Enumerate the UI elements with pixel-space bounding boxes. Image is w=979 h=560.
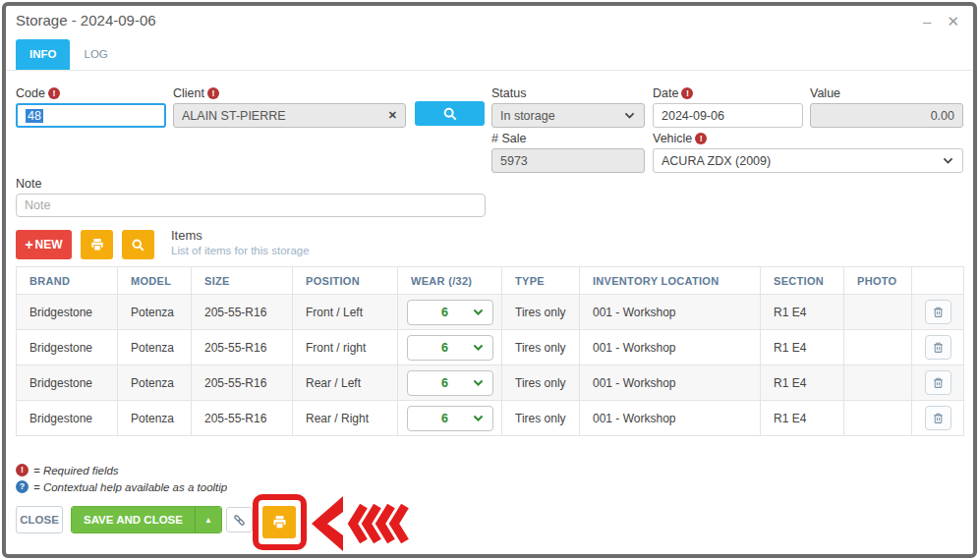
trash-icon xyxy=(932,412,945,424)
col-size: SIZE xyxy=(192,267,293,295)
table-row: Bridgestone Potenza 205-55-R16 Rear / Ri… xyxy=(17,401,964,436)
delete-item-button[interactable] xyxy=(925,300,951,324)
required-icon: ! xyxy=(695,133,707,144)
delete-item-button[interactable] xyxy=(925,335,951,360)
save-options-toggle[interactable]: ▲ xyxy=(195,507,221,532)
legend: ! = Required fields ? = Contextual help … xyxy=(16,464,227,497)
print-storage-button[interactable] xyxy=(262,506,296,538)
required-icon: ! xyxy=(207,87,219,99)
wear-select[interactable]: 6 xyxy=(407,300,493,325)
minimize-icon[interactable]: – xyxy=(923,14,931,29)
items-title: Items xyxy=(171,228,310,243)
note-input[interactable] xyxy=(16,194,486,217)
table-row: Bridgestone Potenza 205-55-R16 Front / r… xyxy=(17,330,964,365)
vehicle-select[interactable]: ACURA ZDX (2009) xyxy=(653,148,963,173)
sale-label: # Sale xyxy=(491,132,645,146)
col-section: SECTION xyxy=(761,267,844,295)
print-items-button[interactable] xyxy=(81,230,113,259)
value-label: Value xyxy=(810,86,963,101)
tab-log[interactable]: LOG xyxy=(70,39,121,70)
search-items-button[interactable] xyxy=(122,230,154,259)
delete-item-button[interactable] xyxy=(925,370,951,395)
trash-icon xyxy=(932,376,945,389)
required-icon: ! xyxy=(16,464,29,476)
status-select[interactable]: In storage xyxy=(491,103,645,128)
vehicle-label: Vehicle! xyxy=(653,132,963,146)
photo-cell xyxy=(844,365,912,401)
status-label: Status xyxy=(491,86,645,101)
chevron-down-icon xyxy=(942,154,954,167)
wear-select[interactable]: 6 xyxy=(407,370,493,396)
sale-input: 5973 xyxy=(491,148,645,173)
delete-item-button[interactable] xyxy=(925,406,951,430)
legend-help-text: = Contextual help available as a tooltip xyxy=(33,481,227,493)
items-table: BRAND MODEL SIZE POSITION WEAR (/32) TYP… xyxy=(16,266,964,436)
photo-cell xyxy=(844,330,912,365)
col-wear: WEAR (/32) xyxy=(398,267,502,295)
save-split-button: SAVE AND CLOSE ▲ xyxy=(71,506,222,533)
required-icon: ! xyxy=(681,87,693,99)
col-position: POSITION xyxy=(293,267,398,295)
legend-required-text: = Required fields xyxy=(33,465,119,476)
col-actions xyxy=(912,267,964,295)
col-model: MODEL xyxy=(118,267,192,295)
wear-select[interactable]: 6 xyxy=(407,335,493,361)
search-icon xyxy=(131,238,145,252)
chevron-down-icon xyxy=(623,109,636,122)
tab-info[interactable]: INFO xyxy=(16,39,70,70)
col-brand: BRAND xyxy=(17,267,118,295)
wear-select[interactable]: 6 xyxy=(407,406,493,431)
col-type: TYPE xyxy=(502,267,580,295)
chevron-down-icon xyxy=(472,341,485,354)
close-icon[interactable]: ✕ xyxy=(947,14,959,29)
tab-bar: INFO LOG xyxy=(16,39,122,70)
trash-icon xyxy=(932,341,945,354)
code-input[interactable]: 48 xyxy=(16,103,166,128)
tab-divider xyxy=(6,70,973,71)
code-label: Code! xyxy=(16,86,166,101)
chevron-down-icon xyxy=(472,306,485,318)
chevron-down-icon xyxy=(472,376,485,389)
plus-icon: + xyxy=(25,237,32,252)
date-label: Date! xyxy=(653,86,803,101)
required-icon: ! xyxy=(48,87,60,99)
page-title: Storage - 2024-09-06 xyxy=(16,12,156,28)
printer-icon xyxy=(89,237,105,252)
copy-link-button[interactable] xyxy=(226,507,253,532)
items-subtitle: List of items for this storage xyxy=(171,245,310,256)
add-item-button[interactable]: +NEW xyxy=(16,230,72,259)
client-input[interactable]: ALAIN ST-PIERRE ✕ xyxy=(173,103,406,128)
search-icon xyxy=(442,106,458,122)
clear-client-icon[interactable]: ✕ xyxy=(388,109,397,122)
photo-cell xyxy=(844,295,912,330)
value-input: 0.00 xyxy=(810,103,963,128)
annotation-arrows-icon xyxy=(310,493,410,554)
chevron-up-icon: ▲ xyxy=(204,516,212,525)
date-input[interactable]: 2024-09-06 xyxy=(653,103,803,128)
col-location: INVENTORY LOCATION xyxy=(580,267,761,295)
table-row: Bridgestone Potenza 205-55-R16 Front / L… xyxy=(17,295,964,330)
help-icon: ? xyxy=(16,480,29,493)
col-photo: PHOTO xyxy=(844,267,912,295)
chevron-down-icon xyxy=(472,412,485,424)
storage-modal: Storage - 2024-09-06 – ✕ INFO LOG Code! … xyxy=(2,2,977,558)
note-label: Note xyxy=(16,177,486,192)
client-search-button[interactable] xyxy=(415,101,485,126)
table-row: Bridgestone Potenza 205-55-R16 Rear / Le… xyxy=(17,365,964,401)
table-header-row: BRAND MODEL SIZE POSITION WEAR (/32) TYP… xyxy=(17,267,964,295)
close-button[interactable]: CLOSE xyxy=(16,506,63,533)
link-icon xyxy=(232,513,247,528)
photo-cell xyxy=(844,401,912,436)
save-and-close-button[interactable]: SAVE AND CLOSE xyxy=(72,507,195,532)
printer-icon xyxy=(271,514,288,531)
trash-icon xyxy=(932,306,945,318)
client-label: Client! xyxy=(173,86,406,101)
